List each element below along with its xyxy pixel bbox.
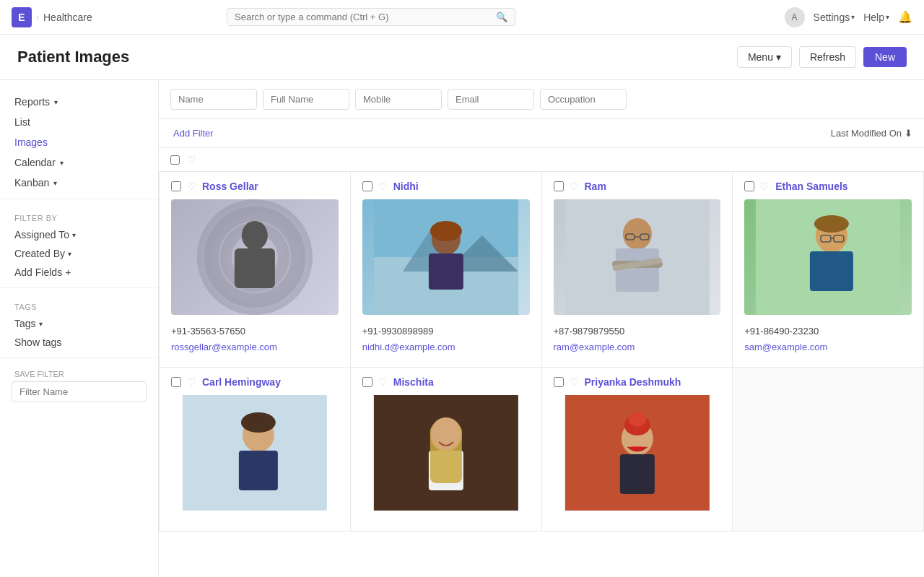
search-input[interactable] — [235, 12, 493, 22]
card-image-ross — [171, 199, 339, 315]
card-name-ethan[interactable]: Ethan Samuels — [775, 181, 847, 192]
card-image-nidhi — [362, 199, 530, 315]
svg-point-3 — [242, 221, 268, 250]
name-filter-input[interactable] — [170, 89, 257, 110]
mobile-filter-input[interactable] — [355, 89, 442, 110]
card-name-mischita[interactable]: Mischita — [393, 376, 434, 388]
page-title: Patient Images — [17, 48, 129, 66]
svg-rect-38 — [619, 454, 654, 494]
filter-created-by[interactable]: Created By ▾ — [0, 244, 158, 263]
new-button[interactable]: New — [863, 47, 907, 67]
filter-assigned-to[interactable]: Assigned To ▾ — [0, 225, 158, 244]
reports-chevron-icon: ▾ — [54, 98, 58, 106]
sidebar-divider-1 — [0, 199, 158, 199]
main-layout: Reports ▾ List Images Calendar ▾ Kanban … — [0, 80, 924, 577]
card-nidhi: ♡ Nidhi — [351, 172, 542, 368]
sidebar-item-list[interactable]: List — [0, 112, 158, 132]
email-filter-input[interactable] — [448, 89, 534, 110]
sidebar-item-images[interactable]: Images — [0, 132, 158, 152]
occupation-filter-input[interactable] — [540, 89, 627, 110]
card-heart-priyanka[interactable]: ♡ — [570, 376, 579, 388]
sidebar-item-kanban[interactable]: Kanban ▾ — [0, 173, 158, 193]
help-chevron: ▾ — [886, 13, 889, 21]
card-checkbox-priyanka[interactable] — [554, 377, 564, 387]
svg-point-11 — [430, 221, 462, 241]
card-heart-mischita[interactable]: ♡ — [378, 376, 388, 388]
avatar: A — [785, 7, 805, 27]
menu-button[interactable]: Menu ▾ — [737, 46, 792, 68]
add-filter-button[interactable]: Add Filter — [170, 125, 217, 142]
help-link[interactable]: Help ▾ — [863, 12, 889, 23]
card-heart-nidhi[interactable]: ♡ — [378, 181, 388, 192]
card-checkbox-nidhi[interactable] — [362, 181, 372, 191]
svg-point-23 — [814, 215, 849, 233]
notifications-icon[interactable]: 🔔 — [898, 10, 912, 24]
sort-selector[interactable]: Last Modified On ⬇ — [831, 128, 912, 139]
svg-point-30 — [241, 412, 276, 433]
show-tags-item[interactable]: Show tags — [0, 333, 158, 352]
card-heart-ross[interactable]: ♡ — [187, 181, 196, 192]
sidebar-label-images: Images — [14, 136, 48, 148]
select-all-checkbox[interactable] — [170, 155, 180, 165]
filter-add-fields[interactable]: Add Fields + — [0, 263, 158, 282]
card-header-priyanka: ♡ Priyanka Deshmukh — [554, 376, 721, 388]
card-name-ram[interactable]: Ram — [585, 181, 606, 192]
card-image-ethan — [744, 199, 912, 315]
svg-rect-29 — [239, 451, 278, 490]
search-bar[interactable]: 🔍 — [227, 8, 515, 26]
card-name-nidhi[interactable]: Nidhi — [393, 181, 419, 192]
card-image-ram — [554, 199, 721, 315]
card-checkbox-carl[interactable] — [171, 377, 181, 387]
card-heart-ethan[interactable]: ♡ — [760, 181, 770, 192]
topnav: E › Healthcare 🔍 A Settings ▾ Help ▾ 🔔 — [0, 0, 924, 35]
card-ross-gellar: ♡ Ross Gellar +91-35563-57650 — [160, 172, 351, 368]
svg-rect-22 — [810, 251, 853, 291]
card-email-ross[interactable]: rossgellar@example.com — [171, 339, 339, 355]
fullname-filter-input[interactable] — [263, 89, 349, 110]
card-email-ethan[interactable]: sam@example.com — [744, 339, 912, 355]
card-checkbox-ethan[interactable] — [744, 181, 754, 191]
card-image-priyanka — [554, 395, 721, 511]
cards-grid: ♡ Ross Gellar +91-35563-57650 — [159, 172, 924, 532]
refresh-button[interactable]: Refresh — [799, 46, 856, 68]
page-header: Patient Images Menu ▾ Refresh New — [0, 35, 924, 80]
svg-point-40 — [628, 412, 645, 427]
settings-link[interactable]: Settings ▾ — [814, 12, 855, 23]
breadcrumb-chevron: › — [36, 12, 39, 22]
card-phone-ethan: +91-86490-23230 — [744, 324, 912, 339]
card-checkbox-ram[interactable] — [554, 181, 564, 191]
tags-item[interactable]: Tags ▾ — [0, 314, 158, 333]
sidebar-item-calendar[interactable]: Calendar ▾ — [0, 152, 158, 173]
card-header-carl: ♡ Carl Hemingway — [171, 376, 339, 388]
card-image-carl — [171, 395, 339, 511]
filter-bar — [159, 80, 924, 119]
add-fields-plus-icon: + — [65, 266, 71, 278]
sidebar-item-reports[interactable]: Reports ▾ — [0, 92, 158, 112]
svg-rect-14 — [615, 248, 658, 292]
filter-name-input[interactable] — [12, 381, 147, 402]
card-empty — [733, 368, 924, 532]
card-email-ram[interactable]: ram@example.com — [554, 339, 721, 355]
kanban-chevron-icon: ▾ — [53, 179, 57, 187]
tags-chevron-icon: ▾ — [39, 320, 43, 328]
created-by-chevron-icon: ▾ — [68, 250, 71, 258]
topnav-actions: A Settings ▾ Help ▾ 🔔 — [785, 7, 912, 27]
card-heart-carl[interactable]: ♡ — [187, 376, 196, 388]
card-name-priyanka[interactable]: Priyanka Deshmukh — [585, 376, 681, 388]
svg-rect-4 — [235, 248, 275, 288]
card-checkbox-mischita[interactable] — [362, 377, 372, 387]
card-mischita: ♡ Mischita — [351, 368, 542, 532]
page-header-actions: Menu ▾ Refresh New — [737, 46, 907, 68]
card-ethan-samuels: ♡ Ethan Samuels — [733, 172, 924, 368]
card-phone-ram: +87-9879879550 — [554, 324, 721, 339]
favorite-all-icon: ♡ — [187, 154, 196, 165]
card-name-ross[interactable]: Ross Gellar — [202, 181, 258, 192]
breadcrumb: Healthcare — [43, 12, 92, 23]
card-name-carl[interactable]: Carl Hemingway — [202, 376, 281, 388]
card-info-nidhi: +91-9930898989 nidhi.d@example.com — [362, 324, 530, 355]
card-checkbox-ross[interactable] — [171, 181, 181, 191]
card-info-ethan: +91-86490-23230 sam@example.com — [744, 324, 912, 355]
card-heart-ram[interactable]: ♡ — [570, 181, 579, 192]
card-info-ram: +87-9879879550 ram@example.com — [554, 324, 721, 355]
card-email-nidhi[interactable]: nidhi.d@example.com — [362, 339, 530, 355]
